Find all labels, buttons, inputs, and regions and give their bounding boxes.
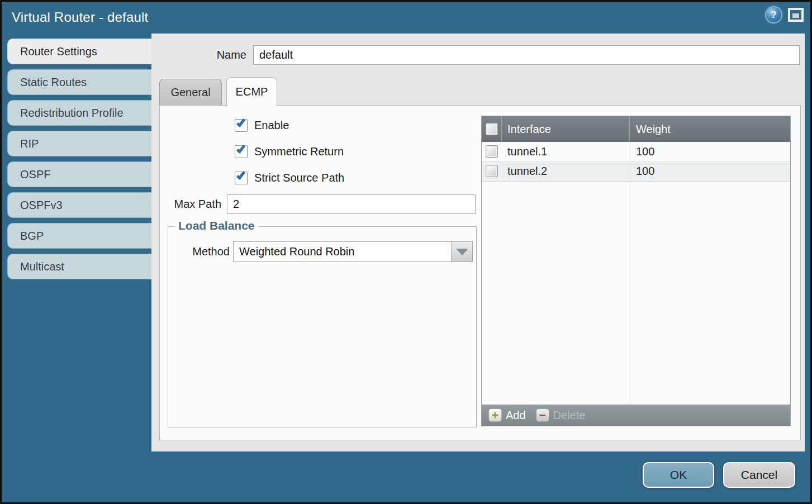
titlebar: Virtual Router - default ?	[2, 2, 810, 34]
enable-row: Enable	[235, 118, 289, 132]
symmetric-return-checkbox[interactable]	[235, 145, 248, 158]
column-header-weight[interactable]: Weight	[630, 116, 791, 142]
strict-source-path-row: Strict Source Path	[235, 170, 344, 185]
method-dropdown[interactable]: Weighted Round Robin	[233, 241, 473, 262]
plus-icon: +	[488, 408, 502, 422]
row-checkbox[interactable]	[486, 145, 498, 158]
tab-ecmp[interactable]: ECMP	[226, 77, 277, 106]
sidebar-item-multicast[interactable]: Multicast	[7, 254, 151, 279]
row-divider	[482, 161, 790, 162]
max-path-label: Max Path	[164, 198, 221, 211]
table-row[interactable]: tunnel.2 100	[482, 161, 790, 181]
table-header: Interface Weight	[482, 116, 790, 142]
method-label: Method	[169, 245, 230, 258]
ecmp-interface-table: Interface Weight tunnel.1 100 tunnel.2 1…	[481, 116, 791, 426]
table-toolbar: + Add − Delete	[482, 405, 790, 426]
check-icon	[236, 144, 245, 154]
sidebar-item-static-routes[interactable]: Static Routes	[7, 69, 151, 95]
column-header-interface[interactable]: Interface	[502, 116, 630, 142]
sidebar-item-rip[interactable]: RIP	[7, 131, 151, 156]
restore-window-icon[interactable]	[788, 8, 804, 22]
help-icon[interactable]: ?	[766, 7, 781, 22]
minus-icon: −	[536, 408, 549, 422]
dialog-footer: OK Cancel	[643, 462, 795, 488]
header-checkbox-cell	[482, 116, 502, 142]
titlebar-icons: ?	[766, 7, 804, 22]
cell-interface: tunnel.2	[507, 161, 625, 181]
strict-source-path-label: Strict Source Path	[254, 172, 344, 184]
symmetric-return-label: Symmetric Return	[254, 145, 344, 158]
sidebar: Router Settings Static Routes Redistribu…	[7, 39, 151, 284]
tab-general[interactable]: General	[159, 79, 222, 105]
check-icon	[236, 117, 245, 127]
virtual-router-dialog: Virtual Router - default ? Router Settin…	[0, 0, 812, 504]
cell-weight: 100	[636, 142, 748, 161]
sidebar-item-bgp[interactable]: BGP	[7, 223, 151, 249]
delete-button[interactable]: − Delete	[536, 408, 586, 422]
name-label: Name	[181, 49, 246, 61]
add-button[interactable]: + Add	[488, 408, 526, 422]
cell-weight: 100	[636, 161, 748, 181]
select-all-checkbox[interactable]	[486, 123, 498, 135]
sidebar-item-ospf[interactable]: OSPF	[7, 161, 151, 187]
symmetric-return-row: Symmetric Return	[235, 144, 344, 159]
sidebar-item-redistribution-profile[interactable]: Redistribution Profile	[7, 100, 151, 126]
restore-window-icon-inner	[792, 13, 799, 18]
column-divider	[630, 142, 630, 405]
method-selected-value: Weighted Round Robin	[239, 242, 354, 261]
chevron-down-icon	[456, 249, 468, 255]
row-divider	[482, 181, 790, 182]
row-checkbox[interactable]	[486, 165, 498, 177]
sidebar-item-router-settings[interactable]: Router Settings	[7, 39, 151, 64]
cell-interface: tunnel.1	[507, 142, 625, 161]
table-row[interactable]: tunnel.1 100	[482, 142, 790, 161]
ok-button[interactable]: OK	[643, 462, 714, 488]
name-input[interactable]	[253, 45, 800, 65]
check-icon	[236, 170, 245, 180]
enable-label: Enable	[254, 119, 289, 132]
strict-source-path-checkbox[interactable]	[235, 172, 248, 184]
load-balance-legend: Load Balance	[175, 219, 258, 232]
delete-button-label: Delete	[553, 409, 586, 422]
dialog-title: Virtual Router - default	[12, 9, 148, 25]
add-button-label: Add	[506, 409, 526, 422]
enable-checkbox[interactable]	[235, 119, 248, 132]
sidebar-item-ospfv3[interactable]: OSPFv3	[7, 192, 151, 218]
max-path-input[interactable]	[227, 194, 476, 214]
cancel-button[interactable]: Cancel	[723, 462, 795, 488]
dropdown-button[interactable]	[451, 242, 472, 261]
